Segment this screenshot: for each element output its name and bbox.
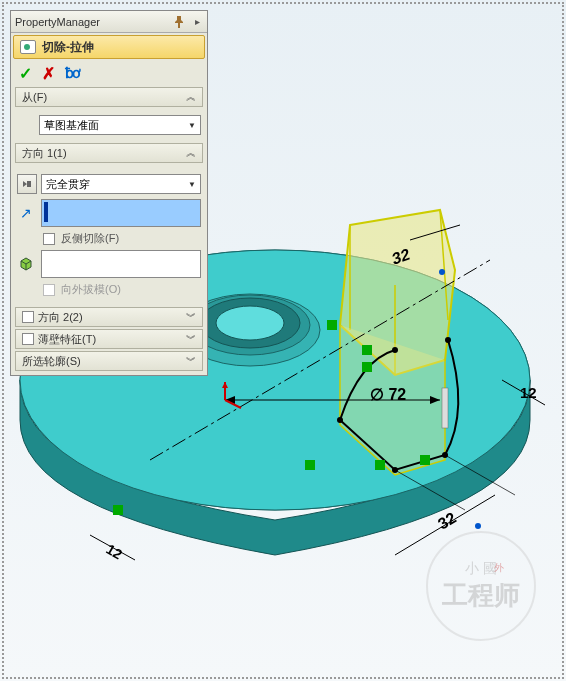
- section-contours-header[interactable]: 所选轮廓(S) ︾: [15, 351, 203, 371]
- draft-outward-label: 向外拔模(O): [61, 282, 121, 297]
- draft-outward-checkbox: [43, 284, 55, 296]
- watermark-red: 外: [494, 561, 504, 575]
- section-from-label: 从(F): [22, 90, 47, 105]
- section-thin-header[interactable]: 薄壁特征(T) ︾: [15, 329, 203, 349]
- chevron-down-icon: ▼: [188, 180, 196, 189]
- svg-point-30: [445, 337, 451, 343]
- svg-rect-20: [362, 345, 372, 355]
- dim-72: ∅ 72: [370, 386, 406, 403]
- chevron-down-icon: ▼: [188, 121, 196, 130]
- watermark-line1: 小 國: [465, 560, 497, 578]
- expand-icon: ︾: [186, 354, 196, 368]
- section-thin-label: 薄壁特征(T): [38, 332, 96, 347]
- pm-title: PropertyManager: [15, 16, 167, 28]
- dir2-checkbox[interactable]: [22, 311, 34, 323]
- end-condition-dropdown[interactable]: 完全贯穿 ▼: [41, 174, 201, 194]
- cancel-button[interactable]: ✗: [42, 64, 55, 83]
- svg-rect-19: [327, 320, 337, 330]
- confirm-row: ✓ ✗ ƀơ: [11, 61, 207, 85]
- svg-point-26: [337, 417, 343, 423]
- watermark-line2: 工程师: [442, 578, 520, 613]
- section-from-body: 草图基准面 ▼: [11, 109, 207, 141]
- draft-icon[interactable]: [17, 255, 35, 273]
- thin-checkbox[interactable]: [22, 333, 34, 345]
- section-contours-label: 所选轮廓(S): [22, 354, 81, 369]
- section-dir1-label: 方向 1(1): [22, 146, 67, 161]
- feature-name: 切除-拉伸: [42, 39, 94, 56]
- dim-12a: 12: [520, 384, 537, 401]
- direction-arrow-icon[interactable]: ↗: [17, 204, 35, 222]
- preview-button[interactable]: ƀơ: [65, 65, 79, 81]
- section-dir1-body: 完全贯穿 ▼ ↗ 反侧切除(F) 向外拔模(O): [11, 165, 207, 305]
- expand-icon: ︾: [186, 332, 196, 346]
- section-dir2-header[interactable]: 方向 2(2) ︾: [15, 307, 203, 327]
- from-dropdown[interactable]: 草图基准面 ▼: [39, 115, 201, 135]
- svg-rect-23: [305, 460, 315, 470]
- feature-header: 切除-拉伸: [13, 35, 205, 59]
- svg-rect-21: [362, 362, 372, 372]
- svg-rect-24: [375, 460, 385, 470]
- svg-rect-33: [442, 388, 448, 428]
- watermark: 外 小 國 工程师: [426, 531, 536, 641]
- section-dir2-label: 方向 2(2): [38, 310, 83, 325]
- svg-point-28: [442, 452, 448, 458]
- svg-rect-22: [420, 455, 430, 465]
- flip-side-checkbox[interactable]: [43, 233, 55, 245]
- svg-rect-25: [113, 505, 123, 515]
- svg-point-5: [216, 306, 284, 340]
- end-condition-value: 完全贯穿: [46, 177, 90, 192]
- cut-extrude-icon: [20, 40, 36, 54]
- svg-point-31: [439, 269, 445, 275]
- svg-point-32: [475, 523, 481, 529]
- svg-point-29: [392, 347, 398, 353]
- from-value: 草图基准面: [44, 118, 99, 133]
- collapse-icon: ︽: [186, 90, 196, 104]
- flip-side-label: 反侧切除(F): [61, 231, 119, 246]
- panel-menu-icon[interactable]: ▸: [191, 16, 203, 28]
- draft-outward-row: 向外拔模(O): [43, 282, 201, 297]
- property-manager-panel: PropertyManager ▸ 切除-拉伸 ✓ ✗ ƀơ 从(F) ︽ 草图…: [10, 10, 208, 376]
- collapse-icon: ︽: [186, 146, 196, 160]
- direction-selection-box[interactable]: [41, 199, 201, 227]
- reverse-direction-button[interactable]: [17, 174, 37, 194]
- flip-side-row[interactable]: 反侧切除(F): [43, 231, 201, 246]
- section-from-header[interactable]: 从(F) ︽: [15, 87, 203, 107]
- pm-titlebar: PropertyManager ▸: [11, 11, 207, 33]
- draft-selection-box[interactable]: [41, 250, 201, 278]
- expand-icon: ︾: [186, 310, 196, 324]
- svg-point-27: [392, 467, 398, 473]
- pin-icon[interactable]: [171, 14, 187, 30]
- section-dir1-header[interactable]: 方向 1(1) ︽: [15, 143, 203, 163]
- ok-button[interactable]: ✓: [19, 64, 32, 83]
